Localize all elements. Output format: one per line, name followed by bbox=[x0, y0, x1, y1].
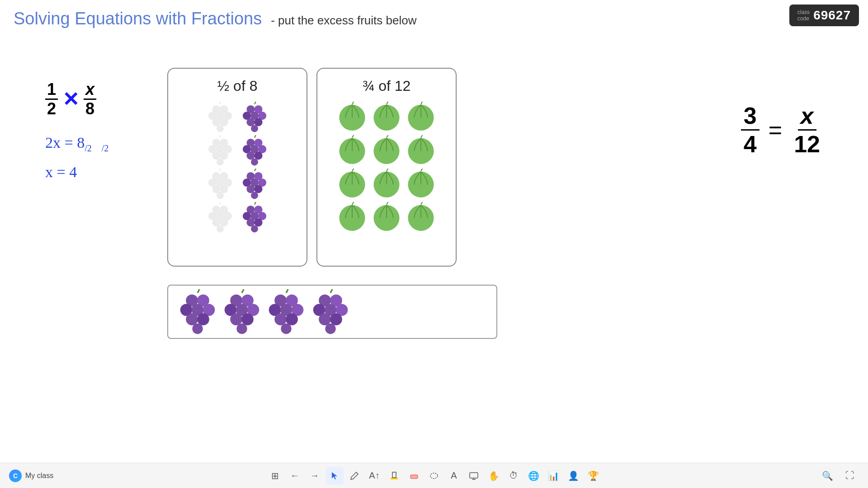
hand-button[interactable]: ✋ bbox=[485, 467, 503, 485]
zoom-button[interactable]: 🔍 bbox=[818, 467, 836, 485]
clock-button[interactable]: ⏱ bbox=[505, 467, 523, 485]
text-up-button[interactable]: A↑ bbox=[365, 467, 383, 485]
my-class-button[interactable]: C My class bbox=[9, 469, 53, 482]
gray-grape-4 bbox=[205, 202, 236, 233]
melon-1-3 bbox=[406, 102, 436, 132]
page-title: Solving Equations with Fractions bbox=[14, 9, 262, 28]
grape-row-2 bbox=[205, 135, 270, 166]
grape-row-3 bbox=[205, 169, 270, 199]
melon-2-3 bbox=[406, 135, 436, 166]
svg-point-112 bbox=[236, 324, 247, 334]
fullscreen-button[interactable]: ⛶ bbox=[841, 467, 859, 485]
cross-equals-symbol: ✕ bbox=[62, 88, 79, 111]
gray-grape-3 bbox=[205, 169, 236, 199]
svg-point-7 bbox=[217, 125, 224, 132]
right-den-12: 12 bbox=[791, 131, 823, 156]
svg-line-79 bbox=[352, 135, 354, 137]
select-button[interactable] bbox=[326, 467, 344, 485]
right-equals-sign: = bbox=[769, 117, 782, 144]
svg-point-6 bbox=[220, 118, 228, 126]
text-button[interactable]: A bbox=[445, 467, 463, 485]
toolbar-right: 🔍 ⛶ bbox=[818, 467, 859, 485]
svg-line-93 bbox=[387, 202, 388, 204]
three-quarters-of-12-title: ¾ of 12 bbox=[326, 78, 447, 94]
svg-line-122 bbox=[286, 289, 288, 293]
person-button[interactable]: 👤 bbox=[564, 467, 582, 485]
svg-point-33 bbox=[254, 151, 262, 160]
svg-line-87 bbox=[387, 169, 388, 171]
svg-point-43 bbox=[217, 192, 224, 199]
svg-point-130 bbox=[325, 324, 335, 334]
svg-point-50 bbox=[246, 185, 255, 193]
pen-button[interactable] bbox=[345, 467, 363, 485]
excess-grape-2 bbox=[222, 289, 262, 334]
svg-line-53 bbox=[255, 169, 256, 171]
svg-point-110 bbox=[230, 313, 242, 325]
page-subtitle: - put the excess fruits below bbox=[271, 14, 416, 28]
svg-point-15 bbox=[254, 118, 262, 126]
svg-point-119 bbox=[274, 313, 287, 325]
fraction-8-denominator: 8 bbox=[84, 100, 96, 117]
right-fraction-3-4: 3 4 bbox=[741, 104, 760, 156]
melon-row-2 bbox=[337, 135, 436, 166]
melon-row-3 bbox=[337, 169, 436, 199]
melon-2-2 bbox=[371, 135, 402, 166]
fraction-numerator: 1 bbox=[45, 81, 58, 100]
svg-line-77 bbox=[421, 102, 422, 104]
svg-point-5 bbox=[212, 118, 220, 126]
svg-line-85 bbox=[352, 169, 354, 171]
highlight-button[interactable] bbox=[385, 467, 403, 485]
lasso-button[interactable] bbox=[425, 467, 443, 485]
grape-row-1 bbox=[205, 102, 270, 132]
svg-point-32 bbox=[246, 151, 255, 160]
svg-line-17 bbox=[255, 102, 256, 104]
grid-button[interactable]: ⊞ bbox=[266, 467, 284, 485]
svg-line-75 bbox=[387, 102, 388, 104]
svg-point-69 bbox=[254, 218, 262, 226]
purple-grape-4 bbox=[239, 202, 270, 233]
svg-point-25 bbox=[217, 159, 224, 166]
svg-point-16 bbox=[251, 125, 258, 132]
back-button[interactable]: ← bbox=[286, 467, 304, 485]
right-fraction-x-12: x 12 bbox=[791, 104, 823, 156]
svg-point-42 bbox=[220, 185, 228, 193]
svg-point-14 bbox=[246, 118, 255, 126]
excess-grape-3 bbox=[266, 289, 307, 334]
header: Solving Equations with Fractions - put t… bbox=[0, 0, 868, 28]
svg-line-81 bbox=[387, 135, 388, 137]
forward-button[interactable]: → bbox=[306, 467, 324, 485]
svg-point-23 bbox=[212, 151, 220, 160]
fraction-half: 1 2 bbox=[45, 81, 58, 117]
svg-line-131 bbox=[330, 289, 332, 293]
chart-button[interactable]: 📊 bbox=[544, 467, 562, 485]
eraser-button[interactable] bbox=[405, 467, 423, 485]
globe-button[interactable]: 🌐 bbox=[524, 467, 542, 485]
svg-line-104 bbox=[198, 289, 199, 293]
hw-step1: 2x = 8/2 /2 bbox=[45, 131, 108, 155]
svg-point-102 bbox=[197, 313, 209, 325]
toolbar-left: C My class bbox=[9, 469, 53, 482]
purple-grape-1 bbox=[239, 102, 270, 132]
gray-grape-2 bbox=[205, 135, 236, 166]
melon-grid bbox=[326, 102, 447, 233]
screen-button[interactable] bbox=[465, 467, 483, 485]
svg-point-121 bbox=[281, 324, 291, 334]
svg-point-34 bbox=[251, 159, 258, 166]
grape-row-4 bbox=[205, 202, 270, 233]
melon-2-1 bbox=[337, 135, 368, 166]
my-class-icon: C bbox=[9, 469, 22, 482]
svg-point-129 bbox=[330, 313, 342, 325]
purple-grape-3 bbox=[239, 169, 270, 199]
svg-rect-135 bbox=[470, 473, 478, 478]
right-den-4: 4 bbox=[741, 131, 760, 156]
melon-3-2 bbox=[371, 169, 402, 199]
trophy-button[interactable]: 🏆 bbox=[584, 467, 602, 485]
svg-point-59 bbox=[212, 218, 220, 226]
svg-point-41 bbox=[212, 185, 220, 193]
fraction-equation: 1 2 ✕ x 8 bbox=[45, 81, 108, 117]
svg-point-103 bbox=[192, 324, 203, 334]
fraction-x-over-8: x 8 bbox=[84, 81, 96, 117]
melon-4-1 bbox=[337, 202, 368, 233]
svg-point-70 bbox=[251, 225, 258, 233]
svg-line-91 bbox=[352, 202, 354, 204]
